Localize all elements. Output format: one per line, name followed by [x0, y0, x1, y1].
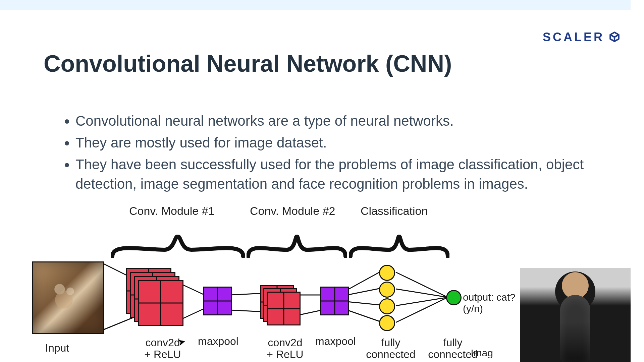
brand-logo: SCALER	[543, 30, 621, 44]
curly-brace-icon	[247, 235, 347, 258]
brand-cube-icon	[608, 31, 621, 44]
svg-line-9	[347, 288, 381, 295]
module-label-conv1: Conv. Module #1	[129, 204, 215, 218]
conv1-feature-maps	[126, 268, 179, 322]
fc-neuron	[379, 315, 395, 331]
input-label: Input	[45, 342, 69, 354]
svg-line-13	[396, 289, 448, 297]
maxpool1-label: maxpool	[198, 335, 238, 348]
svg-line-5	[230, 310, 263, 312]
conv2-label: conv2d+ ReLU	[260, 337, 310, 360]
connection-lines	[32, 198, 535, 355]
top-accent-bar	[0, 0, 631, 10]
brand-text: SCALER	[543, 30, 604, 44]
bullet-item: Convolutional neural networks are a type…	[75, 111, 612, 131]
output-node	[446, 290, 462, 305]
svg-line-11	[347, 310, 381, 322]
maxpool1-block	[203, 287, 232, 315]
svg-line-8	[347, 272, 381, 290]
curly-brace-icon	[349, 235, 449, 258]
maxpool2-block	[320, 287, 349, 315]
svg-line-4	[230, 293, 263, 295]
module-label-conv2: Conv. Module #2	[250, 204, 335, 218]
svg-line-7	[299, 310, 322, 315]
cnn-architecture-diagram: Conv. Module #1 Conv. Module #2 Classifi…	[32, 198, 535, 355]
svg-line-14	[396, 297, 448, 306]
fc1-label: fullyconnected	[362, 337, 419, 360]
fc-neuron	[379, 298, 395, 314]
maxpool2-label: maxpool	[315, 335, 356, 348]
presenter-webcam-overlay	[520, 268, 631, 362]
svg-line-10	[347, 302, 381, 305]
curly-brace-icon	[111, 235, 245, 258]
slide-title: Convolutional Neural Network (CNN)	[44, 50, 452, 77]
bullet-item: They have been successfully used for the…	[75, 155, 612, 194]
bullet-list: Convolutional neural networks are a type…	[62, 111, 612, 196]
svg-line-15	[396, 297, 448, 322]
svg-line-12	[396, 272, 448, 297]
fc-neuron	[379, 282, 395, 298]
conv2-feature-maps	[260, 285, 300, 325]
image-credit-partial: Imag	[471, 347, 493, 359]
input-cat-image	[32, 261, 104, 334]
bullet-item: They are mostly used for image dataset.	[75, 133, 612, 153]
module-label-classification: Classification	[361, 204, 428, 218]
microphone-icon	[560, 295, 590, 362]
fc-neuron	[379, 265, 395, 281]
